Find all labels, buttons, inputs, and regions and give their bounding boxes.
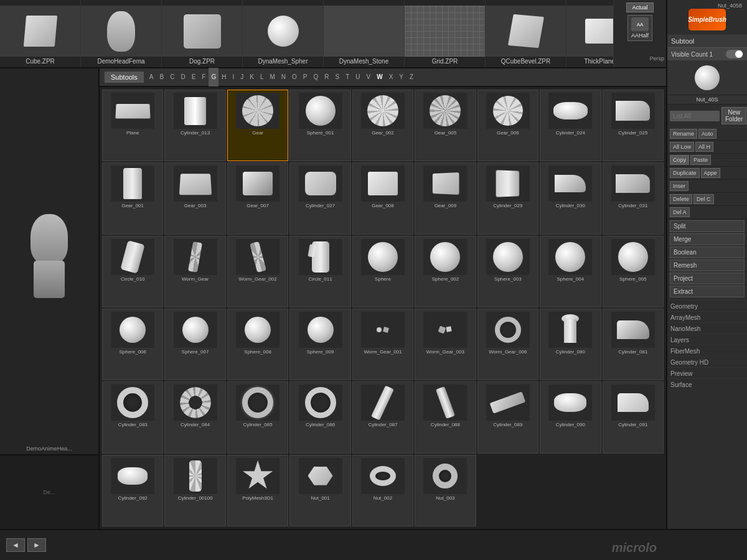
subtool-worm-gear-002[interactable]: Worm_Gear_002	[227, 236, 288, 307]
subtool-gear006[interactable]: Gear_006	[477, 90, 538, 161]
subtool-cylinder025[interactable]: Cylinder_025	[603, 90, 664, 161]
alpha-tab-v[interactable]: V	[364, 68, 374, 86]
subtool-nut003[interactable]: Nut_003	[415, 455, 476, 526]
alpha-tab-m[interactable]: M	[266, 68, 278, 86]
subtool-circle011[interactable]: Circle_011	[289, 236, 350, 307]
alpha-tab-j[interactable]: J	[237, 68, 247, 86]
alpha-tab-f[interactable]: F	[199, 68, 209, 86]
file-thumb-cube[interactable]: Cube.ZPR	[0, 0, 81, 67]
alpha-tab-r[interactable]: R	[321, 68, 332, 86]
alpha-tab-p[interactable]: P	[300, 68, 311, 86]
subtool-sphere008[interactable]: Sphere_008	[227, 309, 288, 380]
subtool-gear009[interactable]: Gear_009	[415, 162, 476, 234]
alpha-tab-u[interactable]: U	[352, 68, 363, 86]
subtools-tab[interactable]: Subtools	[105, 72, 144, 83]
subtool-gear001[interactable]: Gear_001	[102, 162, 163, 234]
extract-button[interactable]: Extract	[670, 286, 745, 297]
all-low-button[interactable]: All Low	[670, 142, 694, 152]
subtool-nut002[interactable]: Nut_002	[352, 455, 413, 526]
file-thumb-dynamesh-sphere[interactable]: DynaMesh_Spher	[243, 0, 324, 67]
file-thumb-grid[interactable]: Grid.ZPR	[405, 0, 486, 67]
file-thumb-demohead[interactable]: DemoHeadFema	[81, 0, 162, 67]
subtool-sphere005[interactable]: Sphere_005	[603, 236, 664, 307]
alpha-tab-o[interactable]: O	[289, 68, 300, 86]
subtool-cylinder089[interactable]: Cylinder_089	[477, 381, 538, 453]
alpha-tab-h[interactable]: H	[218, 68, 229, 86]
subtool-nut001[interactable]: Nut_001	[289, 455, 350, 526]
actual-button[interactable]: Actual	[626, 2, 653, 12]
subtool-cylinder086[interactable]: Cylinder_086	[289, 381, 350, 453]
preview-section[interactable]: Preview	[667, 367, 747, 378]
alpha-tab-g[interactable]: G	[209, 68, 218, 86]
alpha-tab-z[interactable]: Z	[406, 68, 416, 86]
alpha-tab-t[interactable]: T	[342, 68, 352, 86]
subtool-worm-gear-006[interactable]: Worm_Gear_006	[477, 309, 538, 380]
alpha-tab-a[interactable]: A	[146, 68, 157, 86]
geometry-hd-section[interactable]: Geometry HD	[667, 356, 747, 367]
subtool-sphere003[interactable]: Sphere_003	[477, 236, 538, 307]
alpha-tab-b[interactable]: B	[156, 68, 167, 86]
delete-button[interactable]: Delete	[670, 194, 692, 204]
subtool-sphere002[interactable]: Sphere_002	[415, 236, 476, 307]
visibility-toggle[interactable]	[726, 50, 743, 58]
alpha-tab-d[interactable]: D	[177, 68, 188, 86]
aa-half-button[interactable]: AA AAHalf	[627, 15, 652, 41]
alpha-tab-w[interactable]: W	[374, 68, 385, 86]
duplicate-button[interactable]: Duplicate	[670, 168, 700, 178]
nav-next-button[interactable]: ►	[27, 538, 46, 552]
del-a-button[interactable]: Del A	[670, 207, 690, 217]
paste-button[interactable]: Paste	[690, 155, 711, 165]
file-thumb-qcube[interactable]: QCubeBevel.ZPR	[486, 0, 566, 67]
layers-section[interactable]: Layers	[667, 334, 747, 345]
subtool-worm-gear-001[interactable]: Worm_Gear_001	[352, 309, 413, 380]
alpha-tab-c[interactable]: C	[167, 68, 177, 86]
subtool-cylinder085[interactable]: Cylinder_085	[227, 381, 288, 453]
insert-button[interactable]: Inser	[670, 181, 688, 191]
copy-button[interactable]: Copy	[670, 155, 689, 165]
boolean-button[interactable]: Boolean	[670, 246, 745, 258]
all-h-button[interactable]: All H	[695, 142, 713, 152]
subtool-cylinder031[interactable]: Cylinder_031	[603, 162, 664, 234]
subtool-sphere006[interactable]: Sphere_006	[102, 309, 163, 380]
split-button[interactable]: Split	[670, 220, 745, 232]
subtool-sphere004[interactable]: Sphere_004	[540, 236, 601, 307]
subtool-sphere007[interactable]: Sphere_007	[164, 309, 225, 380]
append-button[interactable]: Appe	[701, 168, 720, 178]
alpha-tab-k[interactable]: K	[247, 68, 257, 86]
nanomesh-section[interactable]: NanoMesh	[667, 322, 747, 334]
subtool-gear008[interactable]: Gear_008	[352, 162, 413, 234]
alpha-tab-x[interactable]: X	[386, 68, 397, 86]
subtool-cylinder030[interactable]: Cylinder_030	[540, 162, 601, 234]
subtool-gear007[interactable]: Gear_007	[227, 162, 288, 234]
alpha-tab-n[interactable]: N	[278, 68, 289, 86]
subtool-cylinder081[interactable]: Cylinder_081	[603, 309, 664, 380]
subtool-plane[interactable]: Plane	[102, 90, 163, 161]
geometry-section[interactable]: Geometry	[667, 300, 747, 311]
surface-section[interactable]: Surface	[667, 378, 747, 390]
subtool-gear005[interactable]: Gear_005	[415, 90, 476, 161]
nav-prev-button[interactable]: ◄	[6, 538, 25, 552]
arraymesh-section[interactable]: ArrayMesh	[667, 311, 747, 322]
subtool-worm-gear[interactable]: Worm_Gear	[164, 236, 225, 307]
subtool-sphere009[interactable]: Sphere_009	[289, 309, 350, 380]
alpha-tab-s[interactable]: S	[332, 68, 342, 86]
alpha-tab-l[interactable]: L	[257, 68, 267, 86]
subtool-worm-gear-003[interactable]: Worm_Gear_003	[415, 309, 476, 380]
subtool-sphere001[interactable]: Sphere_001	[289, 90, 350, 161]
subtool-cylinder024[interactable]: Cylinder_024	[540, 90, 601, 161]
fibermesh-section[interactable]: FiberMesh	[667, 345, 747, 356]
subtool-cylinder00100[interactable]: Cylinder_00100	[164, 455, 225, 526]
subtool-cylinder087[interactable]: Cylinder_087	[352, 381, 413, 453]
auto-button[interactable]: Auto	[698, 129, 716, 139]
remesh-button[interactable]: Remesh	[670, 259, 745, 271]
subtool-circle010[interactable]: Circle_010	[102, 236, 163, 307]
subtool-cylinder092[interactable]: Cylinder_092	[102, 455, 163, 526]
alpha-tab-y[interactable]: Y	[396, 68, 406, 86]
alpha-tab-i[interactable]: I	[229, 68, 237, 86]
subtool-cylinder080[interactable]: Cylinder_080	[540, 309, 601, 380]
subtool-cylinder084[interactable]: Cylinder_084	[164, 381, 225, 453]
list-all-input[interactable]	[670, 111, 720, 121]
rename-button[interactable]: Rename	[670, 129, 697, 139]
subtool-gear[interactable]: Gear	[227, 90, 288, 161]
alpha-tab-q[interactable]: Q	[310, 68, 321, 86]
